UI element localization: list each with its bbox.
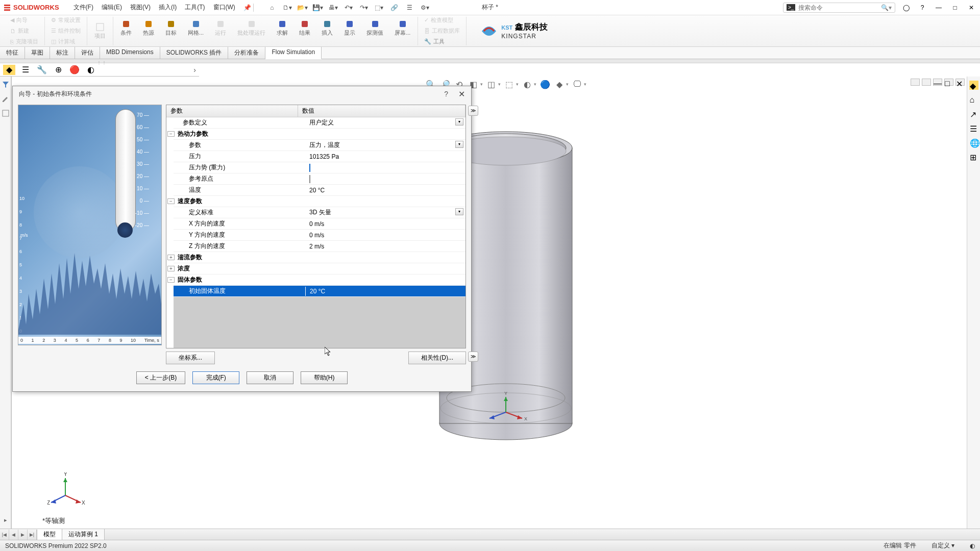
close-icon[interactable]: ✕	[966, 2, 977, 13]
row-param-def[interactable]: 参数定义用户定义▾	[174, 117, 465, 129]
row-thermo[interactable]: −热动力参数	[174, 129, 465, 140]
coord-button[interactable]: 坐标系...	[166, 352, 215, 364]
ribbon-批处理运行[interactable]: 批处理运行	[234, 18, 268, 38]
ribbon-网格...[interactable]: 网格...	[185, 18, 207, 38]
undo-icon[interactable]: ↶▾	[342, 2, 355, 14]
component-button[interactable]: ☰组件控制	[49, 26, 83, 36]
property-icon[interactable]: ☰	[19, 65, 32, 75]
tab-7[interactable]: Flow Simulation	[265, 47, 322, 59]
next-icon[interactable]: ▶	[18, 530, 28, 540]
ribbon-插入[interactable]: 插入	[318, 18, 336, 38]
back-button[interactable]: < 上一步(B)	[136, 371, 185, 384]
collapse-icon[interactable]: ▸	[4, 517, 7, 523]
save-icon[interactable]: 💾▾	[312, 2, 324, 14]
expand-panel-icon[interactable]: ›	[193, 66, 196, 74]
db-button[interactable]: 🗄工程数据库	[422, 26, 462, 36]
edit-appear-icon[interactable]: 🔵	[540, 79, 551, 90]
menu-view[interactable]: 视图(V)	[126, 3, 155, 12]
filter-icon[interactable]	[2, 81, 10, 89]
row-turbulence[interactable]: +湍流参数	[174, 252, 465, 263]
menu-window[interactable]: 窗口(W)	[209, 3, 239, 12]
collapse-icon[interactable]: −	[167, 277, 175, 283]
row-velocity[interactable]: −速度参数	[174, 196, 465, 207]
finish-button[interactable]: 完成(F)	[192, 371, 239, 384]
display-style-icon[interactable]: ⬚	[504, 79, 515, 90]
search-input[interactable]	[798, 4, 881, 11]
config-icon[interactable]: 🔧	[36, 65, 48, 75]
ribbon-条件[interactable]: 条件	[117, 18, 135, 38]
last-icon[interactable]: ▶|	[28, 530, 37, 540]
row-refpt[interactable]: 参考原点	[174, 173, 465, 185]
check-button[interactable]: ✓检查模型	[422, 15, 455, 25]
prev-icon[interactable]: ◀	[9, 530, 18, 540]
rt-globe-icon[interactable]: 🌐	[969, 138, 978, 147]
open-icon[interactable]: 📂▾	[297, 2, 309, 14]
settings-icon[interactable]: ⚙▾	[419, 2, 431, 14]
relation-button[interactable]: 相关性(D)...	[408, 352, 466, 364]
redo-icon[interactable]: ↷▾	[358, 2, 370, 14]
vp-max-icon[interactable]	[922, 79, 931, 86]
dropdown-icon[interactable]: ▾	[455, 141, 463, 148]
minimize-icon[interactable]: —	[933, 2, 944, 13]
view-settings-icon[interactable]: 🖵	[572, 79, 583, 90]
display-icon[interactable]: ⊕	[52, 65, 64, 75]
search-icon[interactable]: 🔍▾	[881, 4, 892, 11]
row-temperature[interactable]: 温度20 °C	[174, 185, 465, 196]
status-icon[interactable]: ◐	[970, 542, 975, 549]
menu-insert[interactable]: 插入(I)	[155, 3, 181, 12]
ribbon-热源[interactable]: 热源	[140, 18, 157, 38]
calc-button[interactable]: ◫计算域	[49, 37, 77, 46]
ribbon-结果[interactable]: 结果	[296, 18, 313, 38]
tab-4[interactable]: MBD Dimensions	[100, 47, 160, 59]
rt-arrow-icon[interactable]: ↗	[969, 109, 978, 118]
ribbon-屏幕...[interactable]: 屏幕...	[391, 18, 413, 38]
panel-expand-top-icon[interactable]: ≫	[468, 106, 478, 116]
clone-button[interactable]: ⎘克隆项目	[8, 37, 40, 46]
help-button[interactable]: 帮助(H)	[301, 371, 348, 384]
row-vy[interactable]: Y 方向的速度0 m/s	[174, 230, 465, 241]
row-vx[interactable]: X 方向的速度0 m/s	[174, 218, 465, 230]
tools-button[interactable]: 🔧工具	[422, 37, 447, 46]
appearance-icon[interactable]: 🔴	[68, 65, 81, 75]
ribbon-显示[interactable]: 显示	[341, 18, 358, 38]
general-button[interactable]: ⚙常规设置	[49, 15, 83, 25]
checkbox-on-icon[interactable]	[309, 164, 310, 172]
rebuild-icon[interactable]: 🔗	[388, 2, 401, 14]
vp-win-icon[interactable]: □	[944, 79, 953, 86]
pin-icon[interactable]: 📌	[243, 4, 251, 11]
home-icon[interactable]: ⌂	[266, 2, 278, 14]
dropdown-icon[interactable]: ▾	[455, 118, 463, 126]
vp-restore-icon[interactable]	[911, 79, 920, 86]
more-icon[interactable]	[2, 109, 10, 117]
rt-home-icon[interactable]: ⌂	[969, 95, 978, 104]
row-gravity[interactable]: 压力势 (重力)	[174, 162, 465, 173]
status-custom[interactable]: 自定义 ▾	[932, 541, 954, 550]
row-solid-temp[interactable]: 初始固体温度20 °C	[174, 286, 465, 297]
collapse-icon[interactable]: −	[167, 198, 175, 204]
search-box[interactable]: >_ 🔍▾	[783, 3, 895, 13]
wizard-button[interactable]: ◀向导	[8, 15, 30, 25]
checkbox-off-icon[interactable]	[309, 175, 310, 183]
expand-icon[interactable]: +	[167, 255, 175, 260]
expand-icon[interactable]: +	[167, 266, 175, 271]
dropdown-icon[interactable]: ▾	[455, 208, 463, 215]
vp-close-icon[interactable]: ✕	[955, 79, 965, 86]
cancel-button[interactable]: 取消	[247, 371, 293, 384]
ribbon-求解[interactable]: 求解	[274, 18, 291, 38]
flow-icon[interactable]: ◐	[85, 65, 97, 75]
menu-file[interactable]: 文件(F)	[69, 3, 97, 12]
row-vz[interactable]: Z 方向的速度2 m/s	[174, 241, 465, 252]
ribbon-目标[interactable]: 目标	[162, 18, 180, 38]
rt-top-icon[interactable]: ◆	[969, 81, 978, 90]
apply-scene-icon[interactable]: ◆	[554, 79, 565, 90]
hide-show-icon[interactable]: ◐	[522, 79, 533, 90]
row-thermo-param[interactable]: 参数压力，温度▾	[174, 140, 465, 151]
dialog-close-icon[interactable]: ✕	[458, 89, 465, 99]
tab-6[interactable]: 分析准备	[228, 47, 265, 59]
dialog-help-icon[interactable]: ?	[444, 90, 448, 98]
row-def-std[interactable]: 定义标准3D 矢量▾	[174, 207, 465, 218]
collapse-icon[interactable]: −	[167, 131, 175, 137]
select-icon[interactable]: ⬚▾	[373, 2, 385, 14]
new-button[interactable]: 🗋新建	[8, 26, 31, 36]
help-icon[interactable]: ?	[917, 2, 928, 13]
